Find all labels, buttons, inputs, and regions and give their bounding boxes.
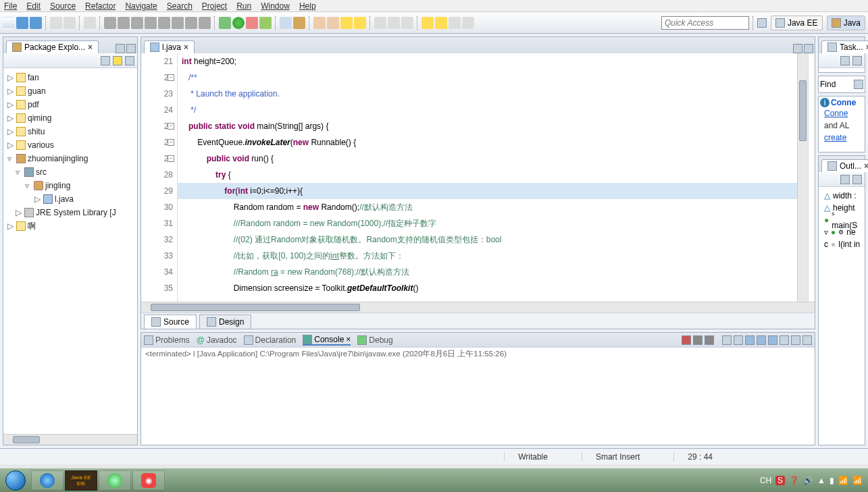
scrollbar-horizontal[interactable] [141, 302, 815, 312]
toggle-mark-icon[interactable] [374, 17, 386, 29]
console-tab[interactable]: Console × [303, 335, 351, 346]
task-tab[interactable]: Task...× [821, 40, 868, 53]
outline-tab[interactable]: Outl...× [821, 159, 868, 172]
new-package-icon[interactable] [293, 17, 305, 29]
tree-item[interactable]: ▿jingling [6, 179, 134, 192]
connect-link[interactable]: Conne [824, 109, 848, 118]
toggle-ws-icon[interactable] [401, 17, 413, 29]
perspective-java[interactable]: Java [827, 16, 865, 30]
menu-refactor[interactable]: Refactor [85, 1, 116, 11]
create-link[interactable]: create [824, 133, 846, 142]
javadoc-tab[interactable]: @Javadoc [197, 335, 237, 345]
tree-item[interactable]: ▷guan [6, 84, 134, 98]
tray-sogou-icon[interactable]: S [775, 476, 785, 485]
close-icon[interactable]: × [88, 43, 93, 52]
display-console-icon[interactable] [757, 335, 766, 345]
open-task-icon[interactable] [327, 17, 339, 29]
nav-fwd-icon[interactable] [435, 17, 447, 29]
open-type-icon[interactable] [313, 17, 326, 29]
menu-source[interactable]: Source [50, 1, 76, 11]
tray-volume-icon[interactable]: 🔊 [803, 476, 813, 485]
taskbar-app-browser[interactable] [99, 470, 131, 491]
undo-icon[interactable] [84, 17, 96, 29]
menu-project[interactable]: Project [202, 1, 227, 11]
scroll-lock-icon[interactable] [734, 335, 743, 345]
tray-help-icon[interactable]: ❓ [789, 476, 799, 485]
link-editor-icon[interactable] [113, 56, 122, 65]
taskbar-app-eclipse[interactable]: Java EEIDE [65, 470, 97, 491]
debug-skip-icon[interactable] [104, 17, 116, 29]
menu-file[interactable]: File [4, 1, 17, 11]
tray-network-icon[interactable]: 📶 [838, 476, 848, 485]
tree-item[interactable]: ▷various [6, 138, 134, 152]
save-all-icon[interactable] [30, 17, 42, 29]
outline-menu-icon[interactable] [852, 175, 862, 184]
problems-tab[interactable]: Problems [144, 335, 190, 345]
outline-item[interactable]: c●l(int in [821, 238, 862, 250]
source-tab[interactable]: Source [144, 315, 197, 329]
run-ext-icon[interactable] [246, 17, 258, 29]
task-menu-icon[interactable] [852, 56, 862, 65]
code-editor[interactable]: 2122−232425−26−27−2829303132333435 int h… [141, 53, 815, 302]
tree-item[interactable]: ▷qiming [6, 111, 134, 125]
terminate-icon[interactable] [682, 335, 691, 345]
maximize-icon[interactable] [804, 44, 813, 53]
tree-item[interactable]: ▷fan [6, 71, 134, 84]
print-icon[interactable] [63, 17, 76, 29]
remove-all-icon[interactable] [705, 335, 714, 345]
taskbar-app-capture[interactable]: ◉ [132, 470, 165, 491]
maximize-icon[interactable] [802, 335, 812, 345]
run-last-icon[interactable] [259, 17, 272, 29]
start-button[interactable] [0, 468, 30, 492]
minimize-icon[interactable] [793, 44, 802, 53]
open-console-icon[interactable] [768, 335, 777, 345]
search-icon[interactable] [854, 80, 863, 89]
tray-lang[interactable]: CH [760, 476, 771, 485]
nav-back-icon[interactable] [422, 17, 434, 29]
tree-item[interactable]: ▷JRE System Library [J [6, 206, 134, 219]
menu-search[interactable]: Search [167, 1, 193, 11]
pin-icon[interactable] [462, 17, 474, 29]
task-new-icon[interactable] [840, 56, 850, 65]
debug-resume-icon[interactable] [118, 17, 130, 29]
save-icon[interactable] [16, 17, 28, 29]
menu-window[interactable]: Window [261, 1, 290, 11]
maximize-icon[interactable] [126, 44, 136, 53]
view-menu-icon[interactable] [125, 56, 134, 65]
tray-battery-icon[interactable]: ▮ [829, 476, 834, 485]
nav-last-icon[interactable] [449, 17, 461, 29]
outline-item[interactable]: △width : [821, 190, 862, 202]
quick-access-input[interactable] [661, 16, 749, 30]
tree-item[interactable]: ▷pdf [6, 98, 134, 111]
open-perspective-icon[interactable] [757, 18, 767, 28]
step-over-icon[interactable] [185, 17, 197, 29]
scrollbar-horizontal[interactable] [3, 434, 137, 445]
tree-item[interactable]: ▿src [6, 165, 134, 179]
toggle-block-icon[interactable] [388, 17, 400, 29]
step-into-icon[interactable] [172, 17, 184, 29]
scrollbar-vertical[interactable] [797, 53, 808, 302]
package-explorer-tree[interactable]: ▷fan▷guan▷pdf▷qiming▷shitu▷various▿zhuom… [3, 68, 137, 236]
close-icon[interactable]: × [184, 43, 188, 52]
debug-disconnect-icon[interactable] [158, 17, 170, 29]
tree-item[interactable]: ▷l.java [6, 192, 134, 206]
tray-wifi-icon[interactable]: 📶 [852, 476, 863, 485]
declaration-tab[interactable]: Declaration [244, 335, 297, 345]
remove-launch-icon[interactable] [693, 335, 703, 345]
tray-up-icon[interactable]: ▲ [817, 476, 825, 485]
new-icon[interactable] [3, 17, 15, 29]
debug-icon[interactable] [219, 17, 231, 29]
console-output[interactable]: <terminated> l [Java Application] C:\Pro… [141, 348, 815, 445]
build-icon[interactable] [50, 17, 62, 29]
debug-tab[interactable]: Debug [357, 335, 392, 345]
debug-pause-icon[interactable] [131, 17, 143, 29]
close-icon[interactable]: × [346, 335, 351, 344]
tree-item[interactable]: ▷啊 [6, 219, 134, 233]
clear-console-icon[interactable] [722, 335, 732, 345]
new-console-icon[interactable] [780, 335, 789, 345]
design-tab[interactable]: Design [199, 315, 251, 329]
outline-item[interactable]: ●s main(S [821, 214, 862, 226]
minimize-icon[interactable] [791, 335, 800, 345]
taskbar-app-1[interactable] [31, 470, 63, 491]
menu-edit[interactable]: Edit [26, 1, 41, 11]
